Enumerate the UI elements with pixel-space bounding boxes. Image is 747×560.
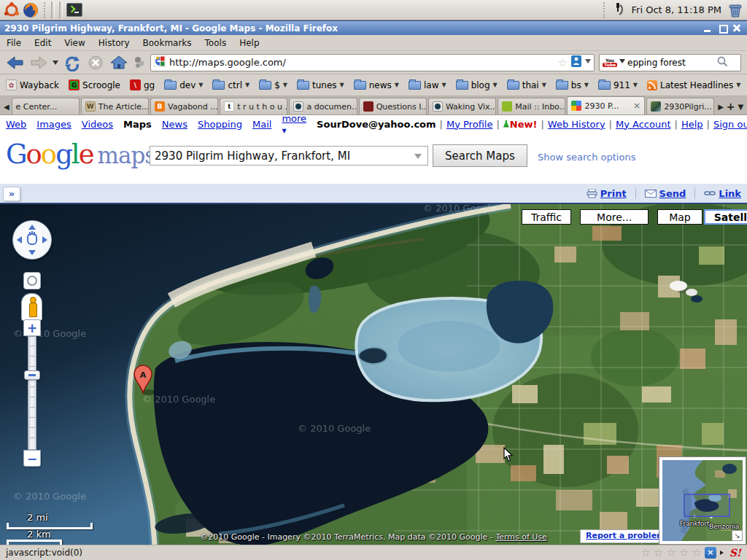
stop-icon[interactable] (86, 54, 105, 71)
back-icon[interactable] (6, 54, 25, 71)
tab-mail-inbox[interactable]: Mail :: Inbo... (498, 98, 565, 114)
tab-the-article[interactable]: WThe Article... (81, 98, 149, 114)
stumbleupon-menu-icon[interactable] (720, 551, 726, 555)
gnav-images[interactable]: Images (36, 119, 71, 130)
menu-tools[interactable]: Tools (205, 38, 227, 48)
bookmark-wayback[interactable]: ✿Wayback (6, 79, 59, 90)
my-account-link[interactable]: My Account (616, 119, 671, 130)
bookmark-star-icon[interactable]: ☆ (558, 56, 568, 69)
report-problem-link[interactable]: Report a problem (586, 531, 665, 540)
link-link[interactable]: Link (704, 188, 741, 199)
gnav-news[interactable]: News (162, 119, 187, 130)
new-feature-badge[interactable]: New! (503, 119, 538, 130)
panel-drag-handle[interactable] (42, 2, 47, 18)
forward-icon[interactable] (29, 54, 48, 71)
gnav-web[interactable]: Web (6, 119, 26, 130)
expand-sidebar-chevron[interactable]: » (3, 187, 20, 201)
rating-star-icon[interactable]: ☆ (679, 546, 690, 559)
sign-out-link[interactable]: Sign out (713, 119, 747, 130)
engine-dropdown-icon[interactable] (619, 59, 625, 66)
url-input[interactable] (169, 57, 554, 68)
pan-right-icon[interactable] (42, 236, 47, 244)
pan-hand-icon[interactable] (27, 233, 37, 245)
bookmark-folder-911[interactable]: 911▼ (598, 80, 638, 90)
minimize-button[interactable] (703, 23, 713, 33)
menu-history[interactable]: History (98, 38, 130, 48)
zoom-out-button[interactable]: − (23, 450, 41, 467)
menu-edit[interactable]: Edit (34, 38, 51, 48)
rating-star-icon[interactable]: ☆ (666, 546, 677, 559)
pan-up-icon[interactable] (28, 225, 36, 230)
traffic-button[interactable]: Traffic (522, 209, 571, 225)
zoom-slider-handle[interactable] (24, 370, 40, 380)
terms-of-use-link[interactable]: Terms of Use (495, 532, 547, 542)
my-profile-link[interactable]: My Profile (446, 119, 492, 130)
bookmark-latest-headlines[interactable]: Latest Headlines▼ (647, 80, 740, 90)
help-link[interactable]: Help (681, 119, 703, 130)
bookmark-scroogle[interactable]: GScroogle (69, 79, 120, 90)
minimap-viewport-rect[interactable] (684, 494, 729, 516)
menu-view[interactable]: View (64, 38, 85, 48)
ubuntu-logo-icon[interactable] (2, 1, 21, 20)
tab-questions[interactable]: Questions I... (359, 98, 427, 114)
web-history-link[interactable]: Web History (548, 119, 605, 130)
terminal-launcher-icon[interactable] (65, 1, 84, 20)
gnav-videos[interactable]: Videos (82, 119, 113, 130)
pan-left-icon[interactable] (17, 236, 22, 244)
close-button[interactable] (732, 23, 743, 33)
maximize-button[interactable] (717, 23, 728, 33)
zoom-in-button[interactable]: + (23, 319, 41, 336)
panel-drag-handle[interactable] (601, 2, 607, 18)
print-link[interactable]: Print (587, 188, 627, 199)
yahoo-icon[interactable]: S! (729, 547, 741, 559)
rating-star-icon[interactable]: ☆ (692, 546, 703, 559)
send-link[interactable]: Send (645, 188, 686, 199)
more-button[interactable]: More... (580, 209, 649, 225)
list-all-tabs-icon[interactable]: ▼ (735, 98, 746, 114)
bookmark-folder-ctrl[interactable]: ctrl▼ (212, 80, 249, 90)
tab-center[interactable]: e Center... (12, 98, 80, 114)
bookmark-folder-law[interactable]: law▼ (409, 80, 446, 90)
web-search-box[interactable]: You Tube (599, 54, 741, 71)
tab-close-icon[interactable]: × (633, 101, 640, 111)
maps-search-field[interactable] (150, 146, 428, 166)
maps-search-input[interactable] (150, 149, 414, 163)
overview-minimap[interactable]: Frankfort Benzonia ↘ (659, 456, 746, 545)
pan-down-icon[interactable] (28, 250, 36, 255)
pan-control[interactable] (12, 220, 52, 260)
extension-icon[interactable] (133, 55, 146, 70)
tab-truthout[interactable]: tt r u t h o u ... (220, 98, 287, 114)
reset-view-button[interactable] (23, 272, 41, 289)
map-view-button[interactable]: Map (657, 209, 703, 225)
bookmark-folder-thai[interactable]: thai▼ (507, 80, 546, 90)
street-view-pegman[interactable] (21, 293, 42, 321)
menu-bookmarks[interactable]: Bookmarks (143, 38, 192, 48)
web-search-input[interactable] (627, 58, 715, 68)
audio-jack-icon[interactable] (608, 1, 627, 20)
rating-star-icon[interactable]: ☆ (654, 546, 665, 559)
tab-scroll-left-icon[interactable]: ◀ (1, 98, 12, 114)
trash-icon[interactable] (726, 1, 745, 20)
rating-star-icon[interactable]: ☆ (640, 546, 651, 559)
tab-a-document[interactable]: a documen... (289, 98, 357, 114)
urlbar-dropdown-icon[interactable] (585, 59, 591, 66)
history-dropdown-icon[interactable] (53, 61, 58, 68)
gnav-mail[interactable]: Mail (252, 119, 271, 130)
search-magnifier-icon[interactable] (717, 56, 728, 69)
tab-2930-image[interactable]: 2930Pilgri... (646, 98, 714, 114)
bookmark-folder-bs[interactable]: bs▼ (556, 80, 589, 90)
tab-vagabond[interactable]: BVagabond ... (150, 98, 218, 114)
tab-scroll-right-icon[interactable]: ▶ (716, 98, 726, 114)
url-bar[interactable]: ☆ (150, 54, 595, 71)
show-search-options-link[interactable]: Show search options (538, 152, 635, 163)
bookmark-folder-news[interactable]: news▼ (354, 80, 399, 90)
tab-waking-vixen[interactable]: Waking Vix... (428, 98, 496, 114)
stumbleupon-icon[interactable]: × (705, 547, 716, 559)
satellite-view-button[interactable]: Satellite (704, 209, 747, 225)
bookmark-folder-blog[interactable]: blog▼ (456, 80, 498, 90)
map-canvas[interactable]: © 2010 Google © 2010 Google © 2010 Googl… (0, 204, 747, 545)
new-tab-icon[interactable]: + (726, 98, 736, 114)
identity-person-icon[interactable] (571, 55, 581, 69)
gnav-more[interactable]: more ▼ (282, 113, 306, 135)
bookmark-folder-dev[interactable]: dev▼ (164, 80, 203, 90)
